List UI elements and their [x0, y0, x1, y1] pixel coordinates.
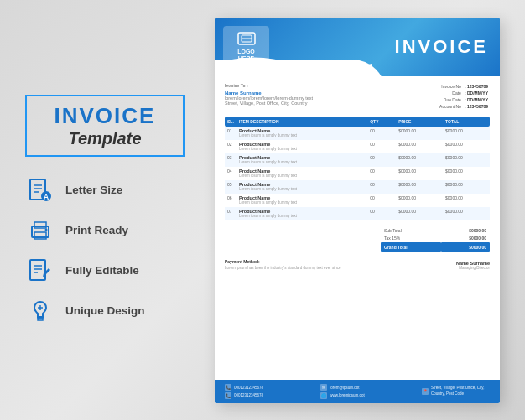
- unique-design-label: Unique Design: [65, 304, 145, 317]
- footer-web: 🌐 www.loremipsum.dot: [320, 392, 365, 399]
- field-label: Account No: [438, 103, 463, 110]
- col-desc: ITEM DESCRIPTION: [237, 117, 367, 127]
- footer-col-phone: 📞 00012312345678 📞 00012312345678: [225, 384, 263, 399]
- unique-design-icon: [25, 296, 55, 326]
- col-price: PRICE: [396, 117, 443, 127]
- web-icon: 🌐: [320, 392, 327, 399]
- cell-qty: 00: [367, 167, 396, 180]
- cell-desc: Product Name Lorem ipsum is simply dummy…: [237, 153, 367, 167]
- footer-col-address: 📍 Street, Village, Post Office, City, Co…: [422, 386, 490, 397]
- field-date: Date : DD/MM/YY: [438, 90, 490, 96]
- table-header-row: SL. ITEM DESCRIPTION QTY PRICE TOTAL: [225, 117, 490, 127]
- phone-icon: 📞: [225, 384, 231, 391]
- invoice-title-box: INVOICE Template: [25, 95, 185, 157]
- cell-total: $0000.00: [443, 127, 490, 140]
- cell-sl: 03: [225, 153, 237, 167]
- invoice-to-label: Invoice To :: [225, 83, 313, 88]
- invoice-heading: INVOICE: [395, 36, 488, 58]
- cell-qty: 00: [367, 140, 396, 153]
- logo-box: LOGOHERE: [223, 26, 269, 68]
- cell-sl: 06: [225, 194, 237, 207]
- cell-total: $0000.00: [443, 153, 490, 167]
- cell-price: $0000.00: [396, 140, 443, 153]
- table-row: 04 Product Name Lorem ipsum is simply du…: [225, 167, 490, 180]
- feature-letter-size: A Letter Size: [25, 175, 145, 205]
- totals-table: Sub Total $0000.00 Tax 15% $0000.00 Gran…: [381, 227, 490, 252]
- cell-qty: 00: [367, 207, 396, 220]
- field-invoice-no: Invoice No : 123456789: [438, 83, 490, 90]
- doc-info-right: Invoice No : 123456789 Date : DD/MM/YY D…: [438, 83, 490, 110]
- cell-qty: 00: [367, 194, 396, 207]
- email-icon: ✉: [320, 384, 327, 391]
- logo-text: LOGOHERE: [237, 49, 255, 61]
- field-label: Invoice No: [438, 83, 463, 90]
- letter-size-icon: A: [25, 175, 55, 205]
- cell-price: $0000.00: [396, 194, 443, 207]
- tax-value: $0000.00: [441, 235, 490, 242]
- client-id: lorem/lorem/lorem/lorem/lorem-dummy text: [225, 96, 313, 101]
- doc-footer: 📞 00012312345678 📞 00012312345678 ✉ lore…: [215, 380, 500, 403]
- field-value: : DD/MM/YY: [463, 96, 490, 103]
- table-row: 07 Product Name Lorem ipsum is simply du…: [225, 207, 490, 220]
- field-value: : 123456789: [463, 83, 490, 90]
- subtotal-label: Sub Total: [381, 227, 441, 235]
- cell-price: $0000.00: [396, 153, 443, 167]
- payment-label: Payment Method:: [225, 259, 340, 264]
- payment-section: Payment Method: Lorem ipsum has been the…: [215, 254, 500, 272]
- svg-point-9: [45, 228, 48, 231]
- footer-col-email: ✉ lorem@ipsum.dot 🌐 www.loremipsum.dot: [320, 384, 365, 399]
- doc-info-left: Invoice To : Name Surname lorem/lorem/lo…: [225, 83, 313, 110]
- invoice-fields-table: Invoice No : 123456789 Date : DD/MM/YY D…: [438, 83, 490, 110]
- table-row: 03 Product Name Lorem ipsum is simply du…: [225, 153, 490, 167]
- letter-size-label: Letter Size: [65, 184, 122, 196]
- grand-total-label: Grand Total: [381, 242, 441, 252]
- totals-section: Sub Total $0000.00 Tax 15% $0000.00 Gran…: [215, 226, 500, 254]
- cell-qty: 00: [367, 127, 396, 140]
- cell-sl: 01: [225, 127, 237, 140]
- cell-desc: Product Name Lorem ipsum is simply dummy…: [237, 127, 367, 140]
- subtotal-value: $0000.00: [441, 227, 490, 235]
- field-label: Due Date: [438, 96, 463, 103]
- col-total: TOTAL: [443, 117, 490, 127]
- payment-desc: Lorem ipsum has been the industry's stan…: [225, 266, 340, 270]
- feature-list: A Letter Size Print Ready: [25, 175, 145, 326]
- field-due-date: Due Date : DD/MM/YY: [438, 96, 490, 103]
- cell-qty: 00: [367, 180, 396, 194]
- cell-sl: 02: [225, 140, 237, 153]
- grand-total-row: Grand Total $0000.00: [381, 242, 490, 252]
- cell-desc: Product Name Lorem ipsum is simply dummy…: [237, 194, 367, 207]
- field-value: : 123456789: [463, 103, 490, 110]
- invoice-table: SL. ITEM DESCRIPTION QTY PRICE TOTAL 01 …: [225, 117, 490, 220]
- cell-total: $0000.00: [443, 180, 490, 194]
- col-qty: QTY: [367, 117, 396, 127]
- fully-editable-label: Fully Editable: [65, 264, 139, 277]
- cell-qty: 00: [367, 153, 396, 167]
- feature-print-ready: Print Ready: [25, 215, 145, 246]
- field-account-no: Account No : 123456789: [438, 103, 490, 110]
- cell-price: $0000.00: [396, 207, 443, 220]
- field-value: : DD/MM/YY: [463, 90, 490, 96]
- page-container: INVOICE Template A Letter Size: [0, 0, 525, 420]
- invoice-word-left: INVOICE: [39, 103, 171, 129]
- cell-desc: Product Name Lorem ipsum is simply dummy…: [237, 180, 367, 194]
- print-ready-icon: [25, 215, 55, 246]
- cell-sl: 04: [225, 167, 237, 180]
- col-sl: SL.: [225, 117, 237, 127]
- feature-unique-design: Unique Design: [25, 296, 145, 326]
- phone-icon-2: 📞: [225, 392, 231, 399]
- svg-rect-15: [38, 319, 43, 320]
- fully-editable-icon: [25, 256, 55, 286]
- svg-rect-10: [30, 260, 45, 280]
- location-icon: 📍: [422, 388, 429, 395]
- table-row: 01 Product Name Lorem ipsum is simply du…: [225, 127, 490, 140]
- left-panel: INVOICE Template A Letter Size: [25, 95, 210, 326]
- doc-info: Invoice To : Name Surname lorem/lorem/lo…: [215, 76, 500, 113]
- footer-phone-2: 📞 00012312345678: [225, 392, 263, 399]
- cell-desc: Product Name Lorem ipsum is simply dummy…: [237, 207, 367, 220]
- table-row: 05 Product Name Lorem ipsum is simply du…: [225, 180, 490, 194]
- tax-label: Tax 15%: [381, 235, 441, 242]
- cell-sl: 07: [225, 207, 237, 220]
- logo-icon: [237, 32, 256, 48]
- svg-text:A: A: [44, 193, 49, 201]
- signatory-title: Managing Director: [456, 266, 490, 270]
